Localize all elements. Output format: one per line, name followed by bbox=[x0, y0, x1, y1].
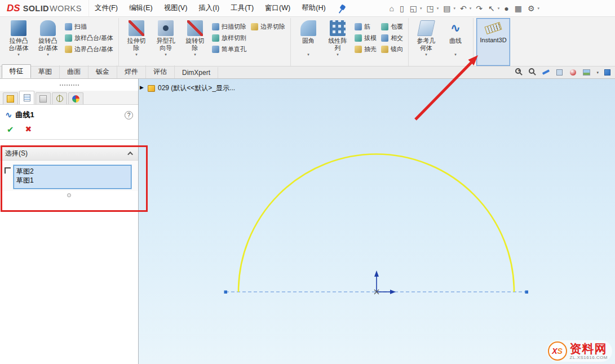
rib-button[interactable]: 筋 bbox=[355, 23, 377, 31]
collapse-chevron-icon[interactable] bbox=[127, 152, 133, 157]
selection-item[interactable]: 草图2 bbox=[16, 167, 129, 176]
configurationmanager-tab[interactable] bbox=[36, 92, 51, 104]
menu-window[interactable]: 窗口(W) bbox=[259, 0, 296, 16]
boundary-boss-button[interactable]: 边界凸台/基体 bbox=[65, 45, 113, 54]
button-label: 台/基体 bbox=[38, 45, 58, 52]
button-label: 何体 bbox=[420, 45, 432, 52]
dropdown-arrow-icon[interactable]: ▾ bbox=[47, 52, 49, 57]
feature-manager-panel: ∿ 曲线1 ? ✔ ✖ 选择(S) 草图2 草图1 bbox=[0, 79, 139, 364]
button-label: 线性阵 bbox=[329, 37, 347, 45]
graphics-viewport[interactable]: ▶ 029 (默认<<默认>_显示... bbox=[139, 79, 615, 364]
tab-evaluate[interactable]: 评估 bbox=[146, 65, 175, 78]
help-icon[interactable]: ? bbox=[125, 111, 133, 119]
home-icon[interactable]: ⌂ bbox=[387, 2, 397, 15]
dropdown-arrow-icon[interactable]: ▾ bbox=[307, 52, 309, 57]
extrude-boss-button[interactable]: 拉伸凸 台/基体 ▾ bbox=[4, 19, 33, 65]
dropdown-arrow-icon[interactable]: ▾ bbox=[425, 52, 427, 57]
displaymanager-tab[interactable] bbox=[68, 92, 83, 104]
dropdown-arrow-icon[interactable]: ▾ bbox=[194, 52, 196, 57]
sweep-button[interactable]: 扫描 bbox=[65, 23, 113, 31]
button-label: 包覆 bbox=[391, 23, 403, 31]
lofted-cut-button[interactable]: 放样切割 bbox=[212, 34, 246, 42]
view-settings-icon[interactable] bbox=[604, 68, 612, 77]
tab-surfaces[interactable]: 曲面 bbox=[60, 65, 89, 78]
mirror-icon bbox=[381, 46, 388, 53]
swept-cut-button[interactable]: 扫描切除 bbox=[212, 23, 246, 31]
revolved-cut-button[interactable]: 旋转切 除 ▾ bbox=[180, 19, 210, 65]
tab-dimxpert[interactable]: DimXpert bbox=[175, 67, 218, 78]
tab-features[interactable]: 特征 bbox=[2, 64, 31, 78]
options-icon[interactable]: ⚙ bbox=[525, 2, 538, 15]
mirror-button[interactable]: 镜向 bbox=[381, 45, 403, 54]
extruded-cut-button[interactable]: 拉伸切 除 ▾ bbox=[122, 19, 151, 65]
button-label: 拉伸凸 bbox=[10, 37, 28, 45]
hole-wizard-button[interactable]: 异型孔 向导 ▾ bbox=[151, 19, 180, 65]
pin-icon[interactable] bbox=[337, 4, 346, 13]
menu-edit[interactable]: 编辑(E) bbox=[123, 0, 158, 16]
featuremanager-tab[interactable] bbox=[3, 92, 18, 104]
group-resize-handle[interactable] bbox=[67, 193, 71, 197]
redo-icon[interactable]: ↷ bbox=[473, 2, 485, 15]
selection-listbox[interactable]: 草图2 草图1 bbox=[14, 165, 131, 189]
menu-tools[interactable]: 工具(T) bbox=[225, 0, 259, 16]
dropdown-arrow-icon[interactable]: ▾ bbox=[596, 70, 599, 75]
dropdown-arrow-icon[interactable]: ▾ bbox=[538, 6, 542, 11]
dropdown-arrow-icon[interactable]: ▾ bbox=[17, 52, 20, 57]
intersect-button[interactable]: 相交 bbox=[381, 34, 403, 42]
cancel-button[interactable]: ✖ bbox=[25, 125, 32, 135]
open-document-icon[interactable]: ◱ bbox=[407, 2, 420, 15]
draft-button[interactable]: 拔模 bbox=[355, 34, 377, 42]
dropdown-arrow-icon[interactable]: ▾ bbox=[337, 52, 339, 57]
ok-button[interactable]: ✔ bbox=[7, 125, 14, 135]
wrap-button[interactable]: 包覆 bbox=[381, 23, 403, 31]
shell-button[interactable]: 抽壳 bbox=[355, 45, 377, 54]
touch-icon[interactable]: ● bbox=[501, 2, 511, 15]
tab-sheet-metal[interactable]: 钣金 bbox=[89, 65, 117, 78]
button-label: 镜向 bbox=[391, 45, 403, 54]
print-icon[interactable]: ▤ bbox=[440, 2, 453, 15]
edit-appearance-icon[interactable] bbox=[569, 68, 578, 77]
undo-icon[interactable]: ↶ bbox=[457, 2, 470, 15]
menu-file[interactable]: 文件(F) bbox=[89, 0, 123, 16]
panel-splitter-grip[interactable] bbox=[59, 84, 79, 86]
section-view-icon[interactable] bbox=[542, 68, 551, 77]
menu-help[interactable]: 帮助(H) bbox=[296, 0, 331, 16]
dropdown-arrow-icon[interactable]: ▾ bbox=[454, 52, 457, 57]
boss-small-buttons: 扫描 放样凸台/基体 边界凸台/基体 bbox=[63, 19, 116, 65]
menu-view[interactable]: 视图(V) bbox=[158, 0, 193, 16]
ribbon-group-reference: 参考几 何体 ▾ ∿ 曲线 ▾ bbox=[409, 18, 474, 66]
tab-weldments[interactable]: 焊件 bbox=[117, 65, 146, 78]
property-form-icon bbox=[24, 94, 30, 101]
selection-item[interactable]: 草图1 bbox=[16, 176, 129, 185]
loft-boss-icon bbox=[65, 34, 72, 42]
linear-pattern-button[interactable]: 线性阵 列 ▾ bbox=[323, 19, 352, 65]
view-orientation-icon[interactable] bbox=[556, 68, 564, 77]
dimxpertmanager-tab[interactable] bbox=[52, 92, 67, 104]
new-document-icon[interactable]: ▯ bbox=[397, 2, 407, 15]
curves-button[interactable]: ∿ 曲线 ▾ bbox=[441, 19, 470, 65]
main-content: ∿ 曲线1 ? ✔ ✖ 选择(S) 草图2 草图1 bbox=[0, 79, 615, 364]
menu-insert[interactable]: 插入(I) bbox=[193, 0, 225, 16]
save-icon[interactable]: ◳ bbox=[424, 2, 437, 15]
feature-tree-icon bbox=[7, 95, 14, 103]
selection-group-header[interactable]: 选择(S) bbox=[0, 147, 138, 161]
instant3d-button[interactable]: Instant3D bbox=[476, 18, 510, 66]
simple-hole-button[interactable]: 简单直孔 bbox=[212, 45, 246, 54]
loft-boss-button[interactable]: 放样凸台/基体 bbox=[65, 34, 113, 42]
curves-icon: ∿ bbox=[448, 20, 463, 36]
button-label: 参考几 bbox=[417, 37, 436, 45]
dropdown-arrow-icon[interactable]: ▾ bbox=[165, 52, 167, 57]
scene-icon[interactable] bbox=[583, 68, 591, 77]
fillet-button[interactable]: 圆角 ▾ bbox=[294, 19, 323, 65]
task-pane-icon[interactable]: ▦ bbox=[512, 2, 525, 15]
zoom-to-fit-icon[interactable] bbox=[515, 68, 524, 77]
select-icon[interactable]: ↖ bbox=[485, 2, 498, 15]
dropdown-arrow-icon[interactable]: ▾ bbox=[135, 52, 138, 57]
propertymanager-tab[interactable] bbox=[19, 91, 34, 104]
tab-sketch[interactable]: 草图 bbox=[31, 65, 60, 78]
revolve-boss-button[interactable]: 旋转凸 台/基体 ▾ bbox=[33, 19, 63, 65]
zoom-area-icon[interactable] bbox=[529, 68, 537, 77]
boundary-cut-button[interactable]: 边界切除 bbox=[251, 23, 285, 31]
reference-geometry-button[interactable]: 参考几 何体 ▾ bbox=[412, 19, 441, 65]
cut-small-buttons-col1: 扫描切除 放样切割 简单直孔 bbox=[210, 19, 249, 65]
